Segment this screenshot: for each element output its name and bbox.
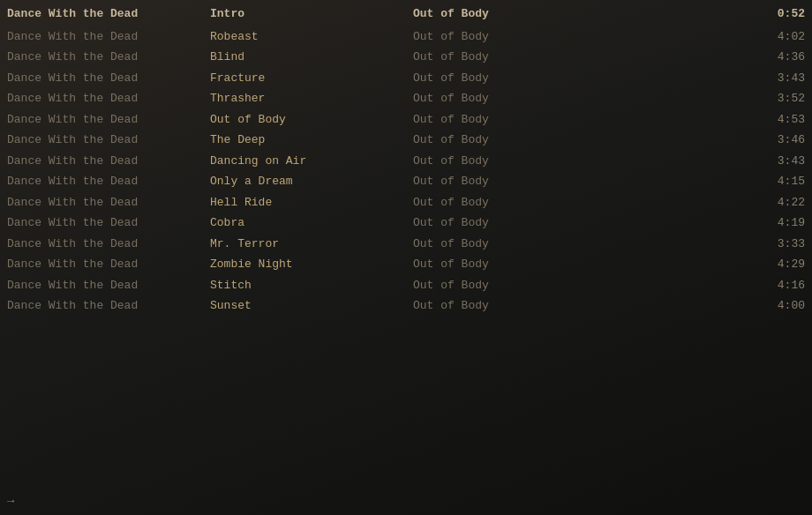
track-duration: 4:19 [616,214,805,232]
track-album: Out of Body [413,90,616,108]
track-artist: Dance With the Dead [7,297,210,315]
track-duration: 4:15 [616,173,805,190]
track-title: Dancing on Air [210,153,413,170]
track-duration: 3:43 [616,153,805,170]
track-artist: Dance With the Dead [7,111,210,129]
track-title: Sunset [210,297,413,315]
track-album: Out of Body [413,173,616,190]
track-duration: 4:29 [616,256,805,273]
track-artist: Dance With the Dead [7,49,210,66]
track-title: Blind [210,49,413,66]
track-artist: Dance With the Dead [7,194,210,212]
track-list-header: Dance With the Dead Intro Out of Body 0:… [0,4,812,25]
track-artist: Dance With the Dead [7,70,210,87]
table-row[interactable]: Dance With the DeadThrasherOut of Body3:… [0,88,812,109]
track-artist: Dance With the Dead [7,131,210,149]
track-title: Stitch [210,277,413,295]
table-row[interactable]: Dance With the DeadZombie NightOut of Bo… [0,254,812,275]
header-duration: 0:52 [616,5,805,23]
track-title: Only a Dream [210,173,413,190]
track-artist: Dance With the Dead [7,235,210,253]
track-title: Out of Body [210,111,413,129]
track-title: Thrasher [210,90,413,108]
track-duration: 4:22 [616,194,805,212]
table-row[interactable]: Dance With the DeadStitchOut of Body4:16 [0,275,812,296]
track-artist: Dance With the Dead [7,90,210,108]
table-row[interactable]: Dance With the DeadHell RideOut of Body4… [0,192,812,213]
track-duration: 4:36 [616,49,805,66]
track-title: Fracture [210,70,413,87]
track-album: Out of Body [413,111,616,129]
table-row[interactable]: Dance With the DeadOnly a DreamOut of Bo… [0,171,812,192]
track-album: Out of Body [413,214,616,232]
table-row[interactable]: Dance With the DeadFractureOut of Body3:… [0,68,812,89]
track-title: Mr. Terror [210,235,413,253]
track-title: Zombie Night [210,256,413,273]
track-duration: 3:33 [616,235,805,253]
header-artist: Dance With the Dead [7,5,210,23]
track-artist: Dance With the Dead [7,214,210,232]
table-row[interactable]: Dance With the DeadSunsetOut of Body4:00 [0,295,812,317]
track-album: Out of Body [413,297,616,315]
track-title: Robeast [210,28,413,46]
track-list: Dance With the Dead Intro Out of Body 0:… [0,0,812,317]
table-row[interactable]: Dance With the DeadCobraOut of Body4:19 [0,213,812,234]
track-artist: Dance With the Dead [7,28,210,46]
track-duration: 4:53 [616,111,805,129]
track-duration: 4:02 [616,28,805,46]
track-album: Out of Body [413,70,616,87]
track-album: Out of Body [413,153,616,170]
track-artist: Dance With the Dead [7,153,210,170]
track-album: Out of Body [413,49,616,66]
header-title: Intro [210,5,413,23]
track-duration: 4:00 [616,297,805,315]
track-album: Out of Body [413,235,616,253]
track-album: Out of Body [413,28,616,46]
track-rows-container: Dance With the DeadRobeastOut of Body4:0… [0,26,812,317]
track-duration: 4:16 [616,277,805,295]
table-row[interactable]: Dance With the DeadMr. TerrorOut of Body… [0,234,812,255]
table-row[interactable]: Dance With the DeadOut of BodyOut of Bod… [0,109,812,131]
track-title: Cobra [210,214,413,232]
track-artist: Dance With the Dead [7,277,210,295]
track-album: Out of Body [413,256,616,273]
table-row[interactable]: Dance With the DeadRobeastOut of Body4:0… [0,26,812,48]
table-row[interactable]: Dance With the DeadDancing on AirOut of … [0,151,812,172]
track-duration: 3:43 [616,70,805,87]
table-row[interactable]: Dance With the DeadThe DeepOut of Body3:… [0,130,812,151]
track-artist: Dance With the Dead [7,256,210,273]
track-artist: Dance With the Dead [7,173,210,190]
track-duration: 3:46 [616,131,805,149]
track-duration: 3:52 [616,90,805,108]
track-title: The Deep [210,131,413,149]
table-row[interactable]: Dance With the DeadBlindOut of Body4:36 [0,47,812,68]
arrow-indicator: → [7,494,14,508]
track-album: Out of Body [413,194,616,212]
track-album: Out of Body [413,131,616,149]
track-album: Out of Body [413,277,616,295]
header-album: Out of Body [413,5,616,23]
track-title: Hell Ride [210,194,413,212]
